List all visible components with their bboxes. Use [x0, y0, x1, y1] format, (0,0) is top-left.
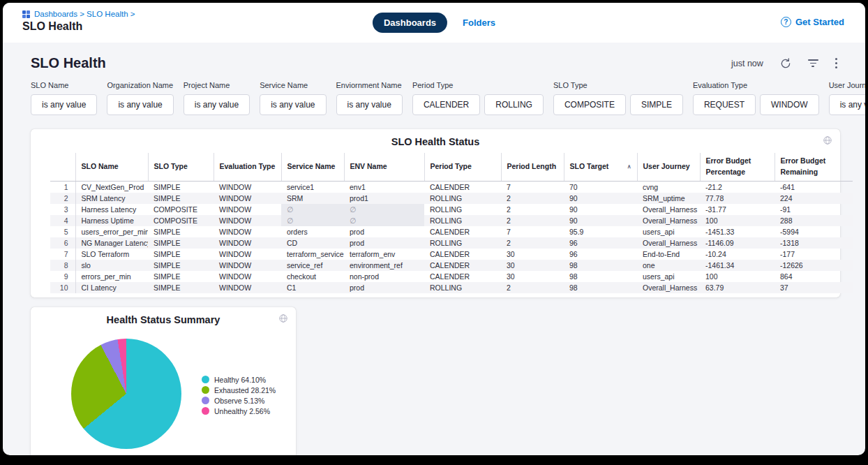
slo-health-status-card: SLO Health Status SLO NameSLO TypeEvalua…: [31, 129, 840, 297]
table-cell: 77.78: [700, 193, 775, 204]
table-cell: NG Manager Latency: [75, 237, 148, 249]
table-cell: 37: [775, 282, 853, 293]
filter-value-button[interactable]: REQUEST: [693, 94, 756, 115]
table-cell: Harness Uptime: [75, 215, 148, 226]
table-cell: Overall_Harness: [637, 237, 700, 249]
column-header[interactable]: SLO Target∧: [564, 153, 637, 181]
table-cell: -10.24: [700, 249, 775, 260]
filter-values: is any value: [336, 94, 403, 115]
filter-value-button[interactable]: is any value: [31, 94, 97, 115]
column-header[interactable]: User Journey: [637, 153, 700, 181]
column-header[interactable]: Service Name: [281, 153, 344, 181]
filter-values: is any value: [184, 94, 250, 115]
table-cell: ∅: [281, 204, 344, 215]
row-number: 3: [50, 204, 75, 215]
table-row[interactable]: 6NG Manager LatencySIMPLEWINDOWCDprodROL…: [50, 237, 853, 249]
globe-icon[interactable]: [823, 135, 832, 148]
table-cell: 30: [501, 249, 564, 260]
column-header[interactable]: SLO Type: [148, 153, 214, 181]
table-row[interactable]: 9errors_per_minSIMPLEWINDOWcheckoutnon-p…: [50, 271, 853, 282]
filter-value-button[interactable]: is any value: [260, 94, 326, 115]
table-cell: prod1: [344, 193, 424, 204]
table-row[interactable]: 3Harness LatencyCOMPOSITEWINDOW∅∅ROLLING…: [50, 204, 853, 215]
table-cell: WINDOW: [214, 181, 281, 193]
table-row[interactable]: 2SRM LatencySIMPLEWINDOWSRMprod1ROLLING2…: [50, 193, 853, 204]
filter-values: COMPOSITESIMPLE: [553, 94, 683, 115]
table-cell: CD: [281, 237, 344, 249]
table-cell: checkout: [281, 271, 344, 282]
globe-icon[interactable]: [278, 313, 288, 326]
tab-folders[interactable]: Folders: [463, 17, 495, 28]
table-cell: ROLLING: [424, 237, 501, 249]
table-title: SLO Health Status: [31, 129, 840, 153]
breadcrumb[interactable]: Dashboards > SLO Health >: [34, 10, 135, 18]
column-header[interactable]: Period Length: [501, 153, 564, 181]
table-cell: 7: [501, 181, 564, 193]
column-header[interactable]: Error Budget Percentage: [700, 153, 775, 181]
table-cell: environment_ref: [344, 260, 424, 271]
table-cell: 100: [700, 271, 775, 282]
filter-value-button[interactable]: is any value: [829, 94, 865, 115]
get-started-link[interactable]: ? Get Started: [781, 17, 844, 27]
table-cell: 90: [564, 215, 637, 226]
table-cell: prod: [344, 237, 424, 249]
table-cell: SRM Latency: [75, 193, 148, 204]
legend-item[interactable]: Exhausted 28.21%: [202, 386, 276, 394]
table-row[interactable]: 10CI LatencySIMPLEWINDOWC1prodROLLING298…: [50, 282, 853, 293]
filter-value-button[interactable]: is any value: [336, 94, 403, 115]
table-row[interactable]: 4Harness UptimeCOMPOSITEWINDOW∅∅ROLLING2…: [50, 215, 853, 226]
table-cell: 100: [700, 215, 775, 226]
filter-value-button[interactable]: is any value: [184, 94, 250, 115]
table-cell: SIMPLE: [148, 193, 214, 204]
column-header[interactable]: Error Budget Remaining: [775, 153, 853, 181]
table-cell: WINDOW: [214, 249, 281, 260]
table-cell: SRM: [281, 193, 344, 204]
legend-item[interactable]: Observe 5.13%: [202, 397, 276, 405]
legend-label: Healthy 64.10%: [214, 376, 266, 384]
table-cell: WINDOW: [214, 271, 281, 282]
table-row[interactable]: 7SLO TerraformSIMPLEWINDOWterraform_serv…: [50, 249, 853, 260]
table-cell: 2: [501, 282, 564, 293]
tab-dashboards[interactable]: Dashboards: [373, 13, 447, 33]
table-cell: SIMPLE: [148, 249, 214, 260]
filter-value-button[interactable]: ROLLING: [484, 94, 544, 115]
column-header[interactable]: ENV Name: [344, 153, 424, 181]
table-row[interactable]: 8sloSIMPLEWINDOWservice_refenvironment_r…: [50, 260, 853, 271]
row-number: 5: [50, 226, 75, 237]
table-cell: 864: [775, 271, 853, 282]
filter-button[interactable]: [808, 59, 818, 67]
legend-dot-icon: [202, 376, 209, 383]
column-header[interactable]: Evaluation Type: [214, 153, 281, 181]
table-row[interactable]: 5users_error_per_minSIMPLEWINDOWorderspr…: [50, 226, 853, 237]
filter-value-button[interactable]: CALENDER: [412, 94, 480, 115]
refresh-button[interactable]: [780, 58, 791, 69]
filter-label: SLO Type: [553, 81, 683, 89]
table-cell: prod: [344, 226, 424, 237]
filter-value-button[interactable]: SIMPLE: [630, 94, 683, 115]
filters-bar: SLO Name is any value Organization Name …: [31, 81, 837, 115]
filter-label: Enviornment Name: [336, 81, 403, 89]
table-cell: ∅: [281, 215, 344, 226]
pie-chart[interactable]: [71, 339, 181, 449]
pie-legend: Healthy 64.10%Exhausted 28.21%Observe 5.…: [202, 376, 276, 415]
table-cell: -1451.33: [700, 226, 775, 237]
table-cell: Overall_Harness: [637, 215, 700, 226]
filter-value-button[interactable]: WINDOW: [760, 94, 819, 115]
table-cell: ∅: [344, 215, 424, 226]
column-header[interactable]: SLO Name: [75, 153, 148, 181]
more-options-button[interactable]: [835, 58, 837, 68]
filter-group: Enviornment Name is any value: [336, 81, 403, 115]
row-number: 1: [50, 181, 75, 193]
table-row[interactable]: 1CV_NextGen_ProdSIMPLEWINDOWservice1env1…: [50, 181, 853, 193]
filter-group: SLO Type COMPOSITESIMPLE: [553, 81, 683, 115]
column-header[interactable]: Period Type: [424, 153, 501, 181]
legend-item[interactable]: Healthy 64.10%: [202, 376, 276, 384]
table-cell: SIMPLE: [148, 271, 214, 282]
legend-item[interactable]: Unhealthy 2.56%: [202, 407, 276, 415]
legend-dot-icon: [202, 386, 209, 394]
table-cell: terraform_service: [281, 249, 344, 260]
table-cell: slo: [75, 260, 148, 271]
filter-value-button[interactable]: COMPOSITE: [553, 94, 626, 115]
dashboards-grid-icon: [22, 10, 30, 18]
filter-value-button[interactable]: is any value: [107, 94, 173, 115]
